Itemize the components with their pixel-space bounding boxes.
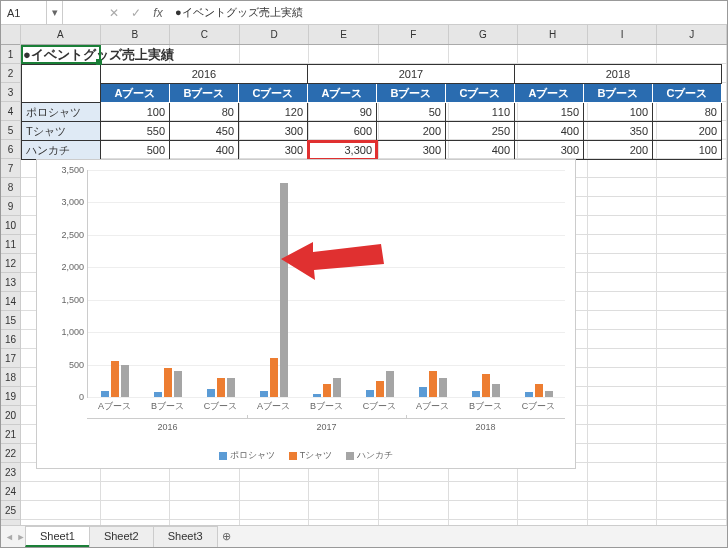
cell[interactable] — [588, 292, 658, 311]
bar[interactable] — [323, 384, 331, 397]
cell[interactable] — [657, 254, 727, 273]
tab-nav-icons[interactable]: ◄ ► — [5, 532, 25, 542]
formula-input[interactable]: ●イベントグッズ売上実績 — [169, 1, 727, 24]
bar[interactable] — [419, 387, 427, 397]
row-header[interactable]: 13 — [1, 273, 20, 292]
data-cell[interactable]: 200 — [653, 122, 722, 141]
row-header[interactable]: 22 — [1, 444, 20, 463]
row-header[interactable]: 18 — [1, 368, 20, 387]
cell[interactable] — [170, 482, 240, 501]
row-header[interactable]: 9 — [1, 197, 20, 216]
cell[interactable] — [588, 387, 658, 406]
name-box-dropdown-icon[interactable]: ▾ — [47, 1, 63, 24]
data-cell[interactable]: 200 — [377, 122, 446, 141]
column-header[interactable]: D — [240, 25, 310, 44]
row-header[interactable]: 14 — [1, 292, 20, 311]
cell[interactable] — [657, 197, 727, 216]
bar[interactable] — [227, 378, 235, 397]
row-header[interactable]: 5 — [1, 121, 20, 140]
cell[interactable] — [657, 273, 727, 292]
data-cell[interactable]: 110 — [446, 103, 515, 122]
cell[interactable] — [170, 501, 240, 520]
data-cell[interactable]: 100 — [584, 103, 653, 122]
cell[interactable] — [240, 482, 310, 501]
row-header[interactable]: 20 — [1, 406, 20, 425]
data-cell[interactable]: 300 — [515, 141, 584, 160]
cell[interactable] — [309, 482, 379, 501]
bar[interactable] — [313, 394, 321, 397]
column-header[interactable]: C — [170, 25, 240, 44]
cell[interactable] — [588, 235, 658, 254]
cell[interactable] — [657, 501, 727, 520]
cell[interactable] — [449, 482, 519, 501]
cell[interactable] — [588, 444, 658, 463]
bar[interactable] — [525, 392, 533, 397]
cell[interactable] — [588, 425, 658, 444]
data-cell[interactable]: 150 — [515, 103, 584, 122]
sheet-tab[interactable]: Sheet2 — [89, 526, 154, 547]
chart[interactable]: 05001,0001,5002,0002,5003,0003,500AブースBブ… — [36, 159, 576, 469]
cell[interactable] — [21, 482, 101, 501]
cell[interactable] — [588, 330, 658, 349]
row-header[interactable]: 17 — [1, 349, 20, 368]
cell[interactable] — [657, 235, 727, 254]
data-cell[interactable]: 300 — [377, 141, 446, 160]
cancel-icon[interactable]: ✕ — [103, 1, 125, 24]
cell[interactable] — [518, 501, 588, 520]
cell[interactable] — [518, 482, 588, 501]
bar[interactable] — [386, 371, 394, 397]
bar[interactable] — [545, 391, 553, 397]
cell[interactable] — [657, 330, 727, 349]
row-header[interactable]: 15 — [1, 311, 20, 330]
column-header[interactable]: H — [518, 25, 588, 44]
data-cell[interactable]: 250 — [446, 122, 515, 141]
cell[interactable] — [588, 45, 658, 64]
data-cell[interactable]: 450 — [170, 122, 239, 141]
row-header[interactable]: 2 — [1, 64, 20, 83]
cell[interactable] — [101, 501, 171, 520]
row-header[interactable]: 7 — [1, 159, 20, 178]
row-header[interactable]: 10 — [1, 216, 20, 235]
data-cell[interactable]: 100 — [653, 141, 722, 160]
confirm-icon[interactable]: ✓ — [125, 1, 147, 24]
bar[interactable] — [429, 371, 437, 397]
cell[interactable] — [588, 216, 658, 235]
column-header[interactable]: A — [21, 25, 101, 44]
row-header[interactable]: 8 — [1, 178, 20, 197]
column-header[interactable]: I — [588, 25, 658, 44]
row-header[interactable]: 23 — [1, 463, 20, 482]
fx-icon[interactable]: fx — [147, 1, 169, 24]
data-cell[interactable]: 550 — [101, 122, 170, 141]
bar[interactable] — [121, 365, 129, 397]
bar[interactable] — [472, 391, 480, 397]
cell[interactable] — [657, 387, 727, 406]
cell[interactable] — [449, 45, 519, 64]
column-header[interactable]: B — [101, 25, 171, 44]
bar[interactable] — [174, 371, 182, 397]
bar[interactable] — [492, 384, 500, 397]
cell[interactable] — [588, 254, 658, 273]
cell[interactable] — [657, 463, 727, 482]
cell[interactable] — [657, 292, 727, 311]
bar[interactable] — [376, 381, 384, 397]
bar[interactable] — [101, 391, 109, 397]
cell[interactable] — [657, 45, 727, 64]
bar[interactable] — [280, 183, 288, 397]
data-cell[interactable]: 500 — [101, 141, 170, 160]
cell[interactable] — [379, 482, 449, 501]
data-cell[interactable]: 50 — [377, 103, 446, 122]
bar[interactable] — [366, 390, 374, 397]
cell[interactable] — [657, 178, 727, 197]
cell[interactable] — [449, 501, 519, 520]
cell[interactable] — [588, 349, 658, 368]
row-header[interactable]: 1 — [1, 45, 20, 64]
row-header[interactable]: 21 — [1, 425, 20, 444]
cell[interactable] — [657, 425, 727, 444]
data-cell[interactable]: 300 — [239, 141, 308, 160]
column-header[interactable]: F — [379, 25, 449, 44]
cell[interactable] — [21, 501, 101, 520]
cell[interactable] — [588, 197, 658, 216]
cell[interactable] — [657, 311, 727, 330]
bar[interactable] — [217, 378, 225, 397]
cell[interactable] — [588, 368, 658, 387]
